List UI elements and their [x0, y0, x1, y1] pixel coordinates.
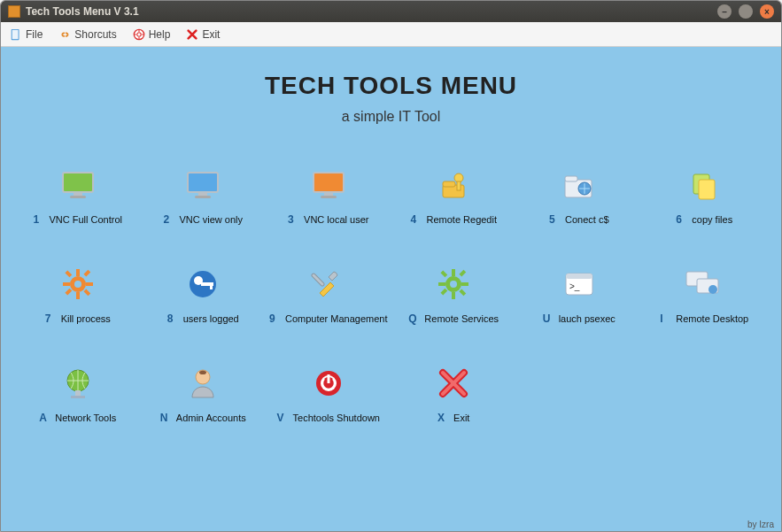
tool-label: VNC local user: [304, 214, 368, 225]
hotkey: 5: [549, 213, 558, 226]
help-icon: [133, 28, 145, 41]
hotkey: 3: [288, 213, 297, 226]
close-x-icon: [434, 364, 473, 403]
tool-network-tools[interactable]: ANetwork Tools: [17, 364, 139, 424]
tool-techtools-shutdown[interactable]: VTechtools Shutdown: [267, 364, 390, 424]
svg-rect-16: [63, 282, 70, 286]
tool-vnc-local-user[interactable]: 3VNC local user: [267, 166, 390, 226]
window-minimize-button[interactable]: –: [717, 4, 732, 19]
menu-help[interactable]: Help: [133, 28, 171, 41]
svg-text:>_: >_: [569, 281, 580, 291]
tool-remote-services[interactable]: QRemote Services: [393, 265, 515, 325]
menu-exit-label: Exit: [202, 28, 220, 41]
tool-label: lauch psexec: [559, 313, 616, 324]
tool-exit[interactable]: XExit: [393, 364, 515, 424]
file-icon: [10, 28, 22, 41]
gear-green-icon: [434, 265, 473, 304]
hotkey: Q: [408, 312, 417, 325]
tool-admin-accounts[interactable]: NAdmin Accounts: [143, 364, 265, 424]
footer-credit: by Izra: [747, 520, 774, 529]
hotkey: I: [660, 312, 669, 325]
monitor-orange-icon: [309, 166, 348, 204]
svg-rect-33: [441, 270, 448, 277]
svg-rect-27: [311, 273, 325, 287]
key-circle-icon: [183, 265, 222, 304]
tool-label: VNC view only: [179, 214, 243, 225]
tool-label: Computer Management: [285, 313, 388, 324]
monitor-blue-icon: [183, 166, 222, 204]
svg-rect-46: [71, 396, 85, 398]
window-close-button[interactable]: ×: [760, 4, 774, 19]
hotkey: 2: [163, 213, 172, 226]
hotkey: N: [160, 412, 169, 424]
titlebar: Tech Tools Menu V 3.1 – ×: [1, 1, 781, 22]
svg-rect-14: [76, 269, 80, 276]
tool-label: Remote Regedit: [427, 214, 498, 225]
svg-point-43: [708, 285, 717, 294]
svg-rect-21: [65, 289, 72, 296]
svg-rect-35: [460, 270, 467, 277]
svg-rect-9: [565, 176, 577, 181]
tools-icon: [309, 265, 348, 304]
tool-label: Network Tools: [55, 412, 116, 423]
svg-rect-12: [699, 180, 715, 199]
hotkey: 1: [33, 213, 42, 226]
tool-connect-c[interactable]: 5Conect c$: [518, 166, 640, 226]
tool-label: VNC Full Control: [49, 214, 122, 225]
tool-label: copy files: [692, 214, 732, 225]
app-window: Tech Tools Menu V 3.1 – × File Shorcuts …: [0, 0, 782, 532]
monitor-green-icon: [58, 166, 97, 204]
svg-rect-15: [76, 292, 80, 299]
globe-icon: [58, 364, 97, 403]
tool-launch-psexec[interactable]: >_ Ulauch psexec: [518, 265, 640, 325]
svg-rect-26: [210, 286, 213, 289]
menu-exit[interactable]: Exit: [186, 28, 220, 41]
hotkey: 9: [269, 312, 278, 325]
tool-users-logged[interactable]: 8users logged: [143, 265, 265, 325]
tool-label: Remote Desktop: [676, 313, 748, 324]
tool-vnc-full-control[interactable]: 1VNC Full Control: [17, 166, 139, 226]
gear-orange-icon: [58, 265, 97, 304]
svg-rect-5: [443, 181, 455, 187]
tool-remote-desktop[interactable]: IRemote Desktop: [644, 265, 766, 325]
svg-rect-18: [65, 270, 72, 277]
svg-rect-45: [75, 390, 81, 396]
hotkey: X: [437, 412, 446, 424]
svg-rect-39: [566, 274, 592, 279]
menubar: File Shorcuts Help Exit: [1, 22, 781, 47]
tool-label: Exit: [453, 412, 469, 423]
window-title: Tech Tools Menu V 3.1: [26, 5, 139, 18]
svg-point-37: [450, 281, 457, 288]
tool-computer-management[interactable]: 9Computer Management: [267, 265, 390, 325]
tool-label: Techtools Shutdown: [293, 412, 380, 423]
menu-shortcuts[interactable]: Shorcuts: [58, 28, 116, 41]
hotkey: 7: [45, 312, 54, 325]
window-maximize-button[interactable]: [739, 4, 753, 19]
page-title: TECH TOOLS MENU: [17, 72, 765, 100]
hotkey: V: [277, 412, 286, 424]
tool-label: Admin Accounts: [176, 412, 246, 423]
app-icon: [8, 5, 20, 18]
svg-rect-51: [327, 374, 329, 383]
content-area: TECH TOOLS MENU a simple IT Tool 1VNC Fu…: [1, 47, 781, 531]
tool-copy-files[interactable]: 6copy files: [644, 166, 766, 226]
svg-rect-20: [83, 270, 90, 277]
hotkey: U: [543, 312, 552, 325]
folder-network-icon: [560, 166, 599, 204]
svg-point-22: [74, 281, 81, 288]
svg-rect-30: [452, 292, 455, 299]
svg-rect-29: [452, 269, 455, 276]
tool-vnc-view-only[interactable]: 2VNC view only: [143, 166, 265, 226]
tools-grid: 1VNC Full Control 2VNC view only 3VNC lo…: [17, 166, 765, 424]
exit-icon: [186, 28, 198, 41]
hotkey: 8: [167, 312, 176, 325]
menu-shortcuts-label: Shorcuts: [74, 28, 116, 41]
menu-file[interactable]: File: [10, 28, 43, 41]
link-icon: [58, 28, 71, 41]
tool-label: users logged: [183, 313, 239, 324]
tool-remote-regedit[interactable]: 4Remote Regedit: [393, 166, 515, 226]
svg-rect-31: [438, 282, 445, 286]
tool-label: Kill process: [61, 313, 111, 324]
menu-file-label: File: [26, 28, 43, 41]
tool-kill-process[interactable]: 7Kill process: [17, 265, 139, 325]
